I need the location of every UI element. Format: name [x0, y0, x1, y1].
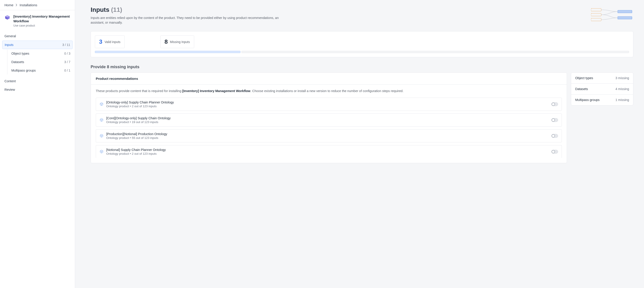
missing-row-datasets[interactable]: Datasets 4 missing — [571, 84, 633, 95]
missing-label: Datasets — [575, 87, 588, 91]
nav-inputs-subnav: Object types 0 / 3 Datasets 3 / 7 Multip… — [7, 50, 72, 75]
page-title-text: Inputs — [91, 6, 109, 13]
rec-desc-bold: [Inventory] Inventory Management Workflo… — [182, 89, 250, 93]
missing-inputs-title: Provide 8 missing inputs — [91, 64, 633, 69]
nav-inputs-count: 3 / 11 — [62, 43, 70, 47]
svg-point-8 — [552, 119, 555, 122]
recommendation-name: [Ontology-only] Supply Chain Planner Ont… — [106, 101, 549, 104]
recommendation-name: [Production][Notional] Production Ontolo… — [106, 132, 549, 136]
svg-point-10 — [552, 134, 555, 137]
missing-summary-card: Object types 3 missing Datasets 4 missin… — [571, 73, 633, 105]
recommendations-list: [Ontology-only] Supply Chain Planner Ont… — [96, 98, 562, 158]
recommendation-toggle[interactable] — [551, 118, 558, 122]
svg-point-12 — [552, 150, 555, 153]
inputs-diagram-icon — [591, 7, 633, 23]
recommendation-sub: Ontology product • 55 out of 123 inputs — [106, 136, 549, 140]
recommendation-name: [Core][Ontology-only] Supply Chain Ontol… — [106, 116, 549, 120]
recommendations-card: Product recommendations These products p… — [91, 73, 567, 163]
page-title-count: (11) — [111, 6, 122, 13]
recommendation-item[interactable]: [Ontology-only] Supply Chain Planner Ont… — [96, 98, 562, 111]
nav-review-label: Review — [4, 88, 15, 91]
product-icon — [4, 14, 11, 21]
nav-datasets[interactable]: Datasets 3 / 7 — [9, 58, 72, 66]
missing-row-object-types[interactable]: Object types 3 missing — [571, 73, 633, 84]
nav-general[interactable]: General — [2, 32, 72, 40]
page-header: Inputs (11) Inputs are entities relied u… — [91, 6, 633, 25]
sidebar-nav: General Inputs 3 / 11 Object types 0 / 3… — [0, 31, 75, 94]
stat-valid-inputs: 3 Valid inputs — [95, 36, 125, 48]
svg-rect-0 — [591, 9, 601, 11]
missing-inputs-content: Product recommendations These products p… — [91, 73, 633, 163]
svg-rect-1 — [591, 13, 601, 16]
nav-object-types[interactable]: Object types 0 / 3 — [9, 50, 72, 58]
nav-datasets-label: Datasets — [11, 60, 24, 64]
missing-row-multipass[interactable]: Multipass groups 1 missing — [571, 95, 633, 105]
nav-multipass-count: 0 / 1 — [64, 69, 70, 72]
breadcrumb: Home Installations — [0, 0, 75, 10]
svg-rect-4 — [618, 17, 632, 19]
stat-valid-label: Valid inputs — [104, 40, 120, 44]
product-subtitle: Use case product — [13, 24, 71, 27]
stat-missing-label: Missing Inputs — [170, 40, 190, 44]
stat-valid-num: 3 — [99, 38, 102, 45]
nav-datasets-count: 3 / 7 — [64, 60, 70, 64]
sidebar: Home Installations [Inventory] Inventory… — [0, 0, 75, 288]
page-description: Inputs are entities relied upon by the c… — [91, 16, 280, 25]
breadcrumb-installations[interactable]: Installations — [20, 3, 37, 7]
progress-empty — [242, 51, 629, 53]
nav-inputs[interactable]: Inputs 3 / 11 — [2, 41, 72, 49]
recommendation-item[interactable]: [Core][Ontology-only] Supply Chain Ontol… — [96, 113, 562, 127]
cube-icon — [100, 134, 104, 138]
nav-object-types-count: 0 / 3 — [64, 52, 70, 55]
main-content: Inputs (11) Inputs are entities relied u… — [75, 0, 644, 288]
stat-missing-num: 8 — [164, 38, 168, 45]
missing-label: Object types — [575, 76, 593, 80]
product-info: [Inventory] Inventory Management Workflo… — [13, 14, 71, 27]
nav-inputs-label: Inputs — [5, 43, 14, 47]
nav-multipass-label: Multipass groups — [11, 69, 36, 72]
recommendation-sub: Ontology product • 19 out of 123 inputs — [106, 120, 549, 124]
svg-rect-2 — [591, 18, 601, 21]
svg-rect-3 — [618, 10, 632, 13]
page-title: Inputs (11) — [91, 6, 280, 13]
recommendations-description: These products provide content that is r… — [96, 89, 562, 94]
product-title: [Inventory] Inventory Management Workflo… — [13, 14, 71, 24]
rec-desc-prefix: These products provide content that is r… — [96, 89, 182, 93]
missing-value: 1 missing — [616, 98, 629, 102]
breadcrumb-home[interactable]: Home — [4, 3, 13, 7]
stat-missing-inputs: 8 Missing Inputs — [160, 36, 194, 48]
nav-content[interactable]: Content — [2, 77, 72, 85]
missing-label: Multipass groups — [575, 98, 600, 102]
cube-icon — [100, 102, 104, 106]
cube-icon — [100, 150, 104, 154]
nav-review[interactable]: Review — [2, 86, 72, 94]
recommendation-name: [Notional] Supply Chain Planner Ontology — [106, 148, 549, 152]
cube-icon — [100, 118, 104, 122]
recommendation-sub: Ontology product • 2 out of 123 inputs — [106, 105, 549, 108]
svg-point-6 — [552, 103, 555, 106]
chevron-right-icon — [16, 3, 17, 7]
recommendation-toggle[interactable] — [551, 134, 558, 138]
stats-card: 3 Valid inputs 8 Missing Inputs — [91, 31, 633, 57]
recommendation-toggle[interactable] — [551, 150, 558, 154]
recommendation-item[interactable]: [Production][Notional] Production Ontolo… — [96, 129, 562, 142]
rec-desc-suffix: . Choose existing installations or insta… — [250, 89, 404, 93]
missing-value: 4 missing — [616, 87, 629, 91]
recommendations-header: Product recommendations — [91, 73, 567, 85]
recommendations-body: These products provide content that is r… — [91, 85, 567, 163]
progress-filled — [95, 51, 240, 53]
recommendation-toggle[interactable] — [551, 102, 558, 106]
nav-multipass[interactable]: Multipass groups 0 / 1 — [9, 66, 72, 75]
recommendation-item[interactable]: [Notional] Supply Chain Planner Ontology… — [96, 145, 562, 158]
product-header: [Inventory] Inventory Management Workflo… — [0, 10, 75, 31]
missing-value: 3 missing — [616, 76, 629, 80]
nav-general-label: General — [4, 34, 16, 38]
nav-object-types-label: Object types — [11, 52, 30, 55]
progress-bar — [95, 51, 629, 53]
recommendation-sub: Ontology product • 2 out of 123 inputs — [106, 152, 549, 155]
nav-content-label: Content — [4, 79, 16, 83]
